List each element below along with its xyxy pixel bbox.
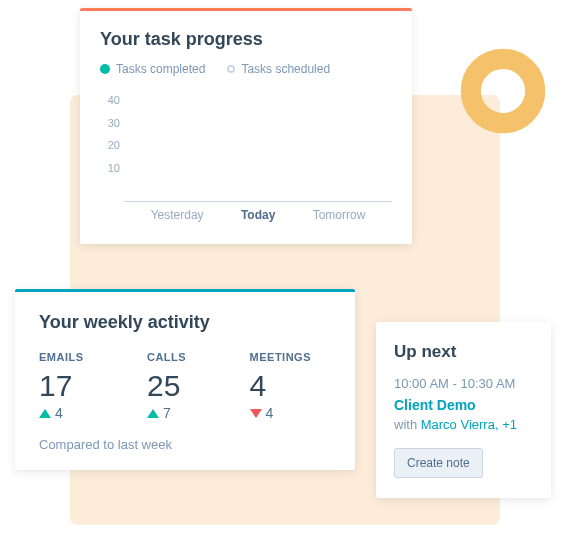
stat-value: 17 <box>39 369 84 403</box>
legend-label-completed: Tasks completed <box>116 62 205 76</box>
create-note-button[interactable]: Create note <box>394 448 483 478</box>
delta-value: 4 <box>55 405 63 421</box>
stat-value: 4 <box>250 369 311 403</box>
stat-emails: EMAILS 17 4 <box>39 351 84 421</box>
with-prefix: with <box>394 417 421 432</box>
x-label: Today <box>241 208 275 222</box>
x-axis-labels: Yesterday Today Tomorrow <box>124 202 392 222</box>
legend-dot-scheduled-icon <box>227 65 235 73</box>
stat-meetings: MEETINGS 4 4 <box>250 351 311 421</box>
event-attendees: with Marco Vierra, +1 <box>394 417 533 432</box>
up-next-card: Up next 10:00 AM - 10:30 AM Client Demo … <box>376 322 551 498</box>
y-tick: 30 <box>108 117 120 129</box>
x-label: Yesterday <box>151 208 204 222</box>
delta-value: 7 <box>163 405 171 421</box>
svg-point-0 <box>471 59 535 123</box>
x-label: Tomorrow <box>313 208 366 222</box>
legend-item-completed[interactable]: Tasks completed <box>100 62 205 76</box>
stat-value: 25 <box>147 369 186 403</box>
delta-value: 4 <box>266 405 274 421</box>
triangle-up-icon <box>147 409 159 418</box>
triangle-down-icon <box>250 409 262 418</box>
stat-label: MEETINGS <box>250 351 311 363</box>
task-progress-title: Your task progress <box>100 29 392 50</box>
ring-decor-icon <box>457 45 549 137</box>
y-tick: 20 <box>108 139 120 151</box>
bar-chart: 10 20 30 40 Yesterday Today Tomorrow <box>100 90 392 230</box>
task-progress-card: Your task progress Tasks completed Tasks… <box>80 8 412 244</box>
event-time: 10:00 AM - 10:30 AM <box>394 376 533 391</box>
triangle-up-icon <box>39 409 51 418</box>
legend-dot-completed-icon <box>100 64 110 74</box>
legend-label-scheduled: Tasks scheduled <box>241 62 330 76</box>
compared-text: Compared to last week <box>39 437 331 452</box>
up-next-title: Up next <box>394 342 533 362</box>
y-tick: 40 <box>108 94 120 106</box>
y-axis: 10 20 30 40 <box>100 90 124 202</box>
stat-delta: 7 <box>147 405 186 421</box>
weekly-activity-title: Your weekly activity <box>39 312 331 333</box>
chart-legend: Tasks completed Tasks scheduled <box>100 62 392 76</box>
y-tick: 10 <box>108 162 120 174</box>
legend-item-scheduled[interactable]: Tasks scheduled <box>227 62 330 76</box>
plot-area <box>124 90 392 202</box>
attendee-link[interactable]: Marco Vierra, +1 <box>421 417 517 432</box>
stat-label: EMAILS <box>39 351 84 363</box>
stats-row: EMAILS 17 4 CALLS 25 7 MEETINGS 4 4 <box>39 351 331 421</box>
stat-delta: 4 <box>250 405 311 421</box>
weekly-activity-card: Your weekly activity EMAILS 17 4 CALLS 2… <box>15 289 355 470</box>
stat-label: CALLS <box>147 351 186 363</box>
event-name[interactable]: Client Demo <box>394 397 533 413</box>
stat-calls: CALLS 25 7 <box>147 351 186 421</box>
stat-delta: 4 <box>39 405 84 421</box>
